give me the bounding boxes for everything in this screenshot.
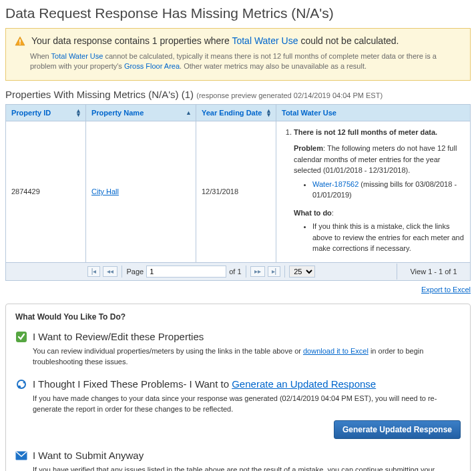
meter-link[interactable]: Water-187562 [312,180,359,188]
actions-panel: What Would You Like To Do? I Want to Rev… [5,304,471,471]
warning-icon [14,35,26,47]
prev-page-button[interactable]: ◂◂ [103,266,117,277]
export-excel-link[interactable]: Export to Excel [421,286,471,294]
option-review: I Want to Review/Edit these Properties Y… [15,331,461,368]
panel-heading: What Would You Like To Do? [15,312,461,322]
gross-floor-area-link[interactable]: Gross Floor Area [124,62,180,70]
svg-rect-1 [19,39,21,43]
page-input[interactable] [146,266,226,278]
option-review-body: You can review individual properties/met… [33,346,461,368]
option-submit-title: I Want to Submit Anyway [33,450,144,461]
svg-rect-2 [19,43,21,45]
page-title: Data Request Response Has Missing Metric… [5,5,471,21]
option-regenerate-body: If you have made changes to your data si… [33,393,461,415]
total-water-use-link-2[interactable]: Total Water Use [51,52,103,60]
total-water-use-link[interactable]: Total Water Use [232,35,298,46]
section-heading: Properties With Missing Metrics (N/A's) … [5,89,471,100]
page-label: Page [126,268,144,276]
pager: |◂ ◂◂ Page of 1 ▸▸ ▸| 25 View 1 - 1 of 1 [5,263,471,281]
refresh-icon [15,378,27,390]
warning-alert: Your data response contains 1 properties… [5,28,471,81]
option-submit-body: If you have verified that any issues lis… [33,464,461,471]
cell-property-id: 2874429 [6,121,86,262]
cell-issue: There is not 12 full months of meter dat… [276,121,471,262]
col-total-water-use[interactable]: Total Water Use [276,104,471,121]
export-row: Export to Excel [5,285,471,294]
col-year-ending[interactable]: Year Ending Date▲▼ [196,104,276,121]
option-submit: I Want to Submit Anyway If you have veri… [15,450,461,471]
option-review-title: I Want to Review/Edit these Properties [33,331,204,342]
view-count: View 1 - 1 of 1 [397,264,470,280]
sort-icon: ▲▼ [75,108,81,117]
cell-property-name: City Hall [86,121,196,262]
sort-icon: ▲▼ [266,108,272,117]
first-page-button[interactable]: |◂ [87,266,101,277]
next-page-button[interactable]: ▸▸ [250,266,265,277]
table-row: 2874429 City Hall 12/31/2018 There is no… [6,121,471,262]
alert-body: When Total Water Use cannot be calculate… [30,51,462,72]
option-regenerate: I Thought I Fixed These Problems- I Want… [15,378,461,439]
property-link[interactable]: City Hall [91,187,119,195]
option-regenerate-title: I Thought I Fixed These Problems- I Want… [33,378,376,390]
mail-icon [15,450,27,462]
generate-updated-button[interactable]: Generate Updated Response [334,420,461,439]
per-page-select[interactable]: 25 [289,266,315,278]
properties-table: Property ID▲▼ Property Name▲ Year Ending… [5,104,471,263]
last-page-button[interactable]: ▸| [268,266,281,277]
generate-updated-link[interactable]: Generate an Updated Response [232,378,376,390]
sort-asc-icon: ▲ [186,111,192,115]
col-property-id[interactable]: Property ID▲▼ [6,104,86,121]
download-excel-link[interactable]: download it to Excel [303,347,369,355]
svg-point-5 [18,386,21,388]
cell-year-ending: 12/31/2018 [196,121,276,262]
alert-message: Your data response contains 1 properties… [31,35,399,46]
of-label: of 1 [229,268,241,276]
review-icon [15,331,27,343]
col-property-name[interactable]: Property Name▲ [86,104,196,121]
